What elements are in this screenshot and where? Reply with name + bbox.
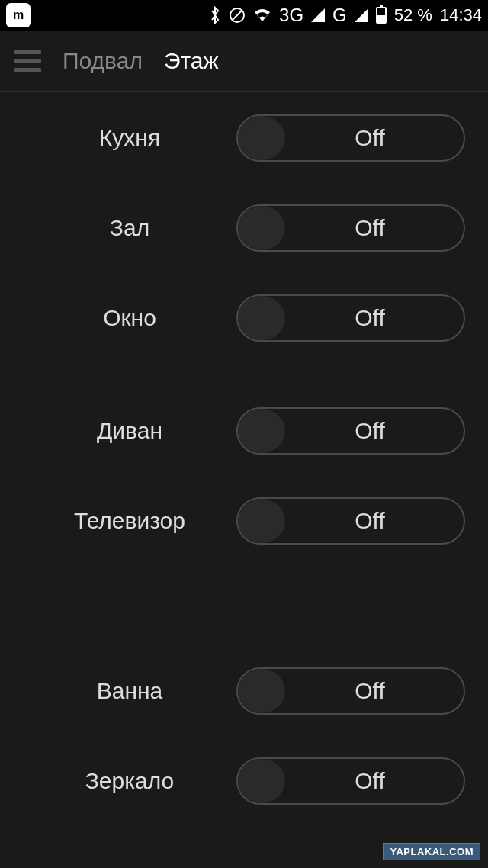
toggle-bath[interactable]: Off [236,667,465,715]
switch-label: Диван [23,418,236,444]
clock-time: 14:34 [440,5,482,25]
toggle-thumb [238,296,285,340]
mi-app-icon: m [6,3,30,27]
toggle-thumb [238,409,285,453]
switch-row-kitchen: Кухня Off [0,114,488,162]
toggle-thumb [238,116,285,160]
battery-icon [376,7,387,24]
signal-3g-icon [311,8,325,22]
switch-label: Зал [23,215,236,241]
wifi-icon [253,8,271,23]
switch-label: Окно [23,305,236,331]
switch-row-hall: Зал Off [0,204,488,252]
tab-basement[interactable]: Подвал [63,48,143,74]
no-disturb-icon [229,7,246,24]
toggle-thumb [238,669,285,713]
toggle-thumb [238,499,285,543]
nav-bar: Подвал Этаж [0,31,488,92]
signal-g-icon [355,8,368,22]
switch-label: Телевизор [23,508,236,534]
status-bar: m 3G G 52 % 14:34 [0,0,488,31]
network-3g-label: 3G [279,5,303,26]
hamburger-icon [14,59,41,63]
switch-row-bath: Ванна Off [0,667,488,715]
toggle-tv[interactable]: Off [236,497,465,545]
toggle-sofa[interactable]: Off [236,407,465,455]
network-g-label: G [332,5,347,26]
hamburger-icon [14,50,41,54]
switch-list: Кухня Off Зал Off Окно Off Диван Off Тел… [0,92,488,868]
switch-row-window: Окно Off [0,294,488,342]
toggle-thumb [238,206,285,250]
bluetooth-icon [209,6,221,24]
toggle-mirror[interactable]: Off [236,757,465,805]
section-separator [0,587,488,667]
toggle-thumb [238,759,285,803]
switch-label: Кухня [23,125,236,151]
toggle-window[interactable]: Off [236,294,465,342]
watermark: YAPLAKAL.COM [383,843,480,860]
switch-row-tv: Телевизор Off [0,497,488,545]
section-separator [0,384,488,407]
tab-floor[interactable]: Этаж [164,48,219,74]
toggle-hall[interactable]: Off [236,204,465,252]
svg-line-1 [233,11,242,20]
toggle-kitchen[interactable]: Off [236,114,465,162]
hamburger-icon [14,68,41,72]
status-right: 3G G 52 % 14:34 [209,5,482,26]
switch-label: Ванна [23,678,236,704]
switch-label: Зеркало [23,768,236,794]
status-left: m [6,3,30,27]
menu-button[interactable] [14,50,41,72]
switch-row-mirror: Зеркало Off [0,757,488,805]
switch-row-sofa: Диван Off [0,407,488,455]
battery-percent: 52 % [394,5,432,25]
